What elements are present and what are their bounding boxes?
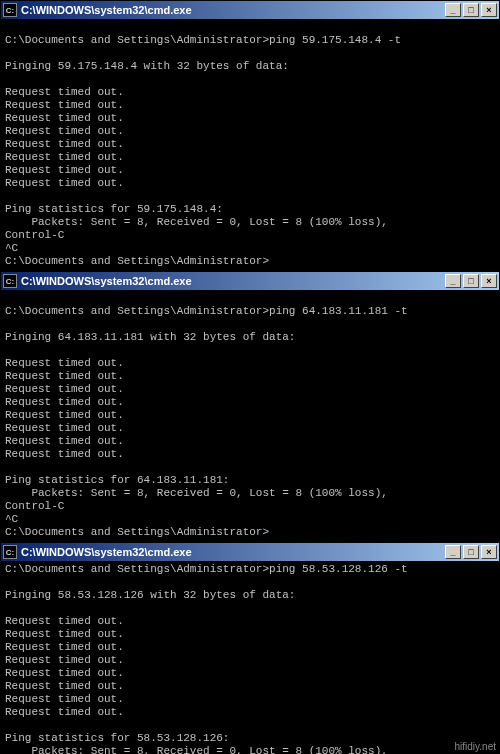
terminal-line: [5, 576, 495, 589]
terminal-line: Request timed out.: [5, 396, 495, 409]
terminal-line: C:\Documents and Settings\Administrator>: [5, 526, 495, 539]
terminal-line: ^C: [5, 242, 495, 255]
terminal-line: C:\Documents and Settings\Administrator>…: [5, 305, 495, 318]
terminal-line: [5, 318, 495, 331]
terminal-line: Request timed out.: [5, 448, 495, 461]
terminal-line: Request timed out.: [5, 151, 495, 164]
window-controls: _□×: [445, 545, 497, 559]
terminal-line: Pinging 64.183.11.181 with 32 bytes of d…: [5, 331, 495, 344]
terminal-line: Ping statistics for 64.183.11.181:: [5, 474, 495, 487]
terminal-line: C:\Documents and Settings\Administrator>: [5, 255, 495, 268]
terminal-output[interactable]: C:\Documents and Settings\Administrator>…: [1, 561, 499, 754]
terminal-line: Request timed out.: [5, 435, 495, 448]
titlebar[interactable]: C:C:\WINDOWS\system32\cmd.exe_□×: [1, 1, 499, 19]
terminal-line: Request timed out.: [5, 680, 495, 693]
cmd-icon: C:: [3, 545, 17, 559]
terminal-line: [5, 602, 495, 615]
terminal-line: [5, 73, 495, 86]
cmd-icon: C:: [3, 3, 17, 17]
cmd-icon: C:: [3, 274, 17, 288]
terminal-line: Request timed out.: [5, 370, 495, 383]
terminal-line: [5, 719, 495, 732]
terminal-line: Packets: Sent = 8, Received = 0, Lost = …: [5, 216, 495, 229]
terminal-line: Request timed out.: [5, 693, 495, 706]
terminal-line: Request timed out.: [5, 112, 495, 125]
terminal-line: Request timed out.: [5, 422, 495, 435]
terminal-line: Request timed out.: [5, 641, 495, 654]
minimize-button[interactable]: _: [445, 545, 461, 559]
titlebar[interactable]: C:C:\WINDOWS\system32\cmd.exe_□×: [1, 272, 499, 290]
terminal-line: Request timed out.: [5, 164, 495, 177]
terminal-line: [5, 190, 495, 203]
cmd-window[interactable]: C:C:\WINDOWS\system32\cmd.exe_□×C:\Docum…: [0, 542, 500, 754]
close-button[interactable]: ×: [481, 3, 497, 17]
terminal-line: Request timed out.: [5, 667, 495, 680]
terminal-line: Request timed out.: [5, 86, 495, 99]
terminal-line: Request timed out.: [5, 615, 495, 628]
terminal-line: Control-C: [5, 500, 495, 513]
terminal-line: Request timed out.: [5, 177, 495, 190]
window-title: C:\WINDOWS\system32\cmd.exe: [21, 275, 445, 287]
maximize-button[interactable]: □: [463, 3, 479, 17]
terminal-line: [5, 344, 495, 357]
terminal-line: ^C: [5, 513, 495, 526]
terminal-line: Request timed out.: [5, 99, 495, 112]
terminal-line: Request timed out.: [5, 138, 495, 151]
maximize-button[interactable]: □: [463, 274, 479, 288]
terminal-line: [5, 461, 495, 474]
cmd-window[interactable]: C:C:\WINDOWS\system32\cmd.exe_□×C:\Docum…: [0, 0, 500, 271]
terminal-line: Packets: Sent = 8, Received = 0, Lost = …: [5, 487, 495, 500]
window-controls: _□×: [445, 3, 497, 17]
cmd-window[interactable]: C:C:\WINDOWS\system32\cmd.exe_□×C:\Docum…: [0, 271, 500, 542]
watermark: hifidiy.net: [454, 741, 496, 752]
close-button[interactable]: ×: [481, 545, 497, 559]
window-controls: _□×: [445, 274, 497, 288]
minimize-button[interactable]: _: [445, 3, 461, 17]
window-title: C:\WINDOWS\system32\cmd.exe: [21, 4, 445, 16]
terminal-output[interactable]: C:\Documents and Settings\Administrator>…: [1, 19, 499, 270]
terminal-line: Request timed out.: [5, 654, 495, 667]
terminal-line: [5, 47, 495, 60]
minimize-button[interactable]: _: [445, 274, 461, 288]
terminal-line: Ping statistics for 58.53.128.126:: [5, 732, 495, 745]
terminal-output[interactable]: C:\Documents and Settings\Administrator>…: [1, 290, 499, 541]
terminal-line: Request timed out.: [5, 628, 495, 641]
terminal-line: Pinging 58.53.128.126 with 32 bytes of d…: [5, 589, 495, 602]
terminal-line: Packets: Sent = 8, Received = 0, Lost = …: [5, 745, 495, 754]
terminal-line: C:\Documents and Settings\Administrator>…: [5, 563, 495, 576]
window-title: C:\WINDOWS\system32\cmd.exe: [21, 546, 445, 558]
terminal-line: [5, 21, 495, 34]
terminal-line: Ping statistics for 59.175.148.4:: [5, 203, 495, 216]
terminal-line: Control-C: [5, 229, 495, 242]
maximize-button[interactable]: □: [463, 545, 479, 559]
close-button[interactable]: ×: [481, 274, 497, 288]
terminal-line: Request timed out.: [5, 383, 495, 396]
terminal-line: Pinging 59.175.148.4 with 32 bytes of da…: [5, 60, 495, 73]
terminal-line: Request timed out.: [5, 409, 495, 422]
terminal-line: Request timed out.: [5, 357, 495, 370]
titlebar[interactable]: C:C:\WINDOWS\system32\cmd.exe_□×: [1, 543, 499, 561]
terminal-line: Request timed out.: [5, 125, 495, 138]
terminal-line: Request timed out.: [5, 706, 495, 719]
terminal-line: C:\Documents and Settings\Administrator>…: [5, 34, 495, 47]
terminal-line: [5, 292, 495, 305]
